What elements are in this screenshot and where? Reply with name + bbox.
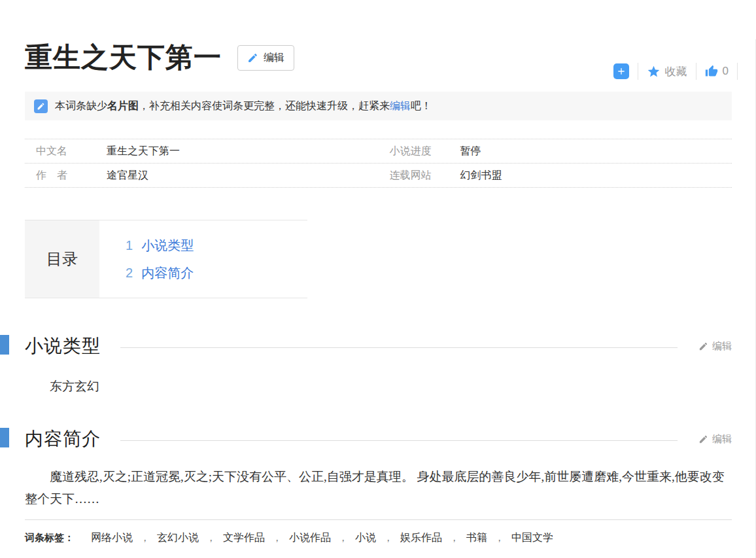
pencil-icon	[247, 52, 258, 63]
section-edit-link[interactable]: 编辑	[698, 340, 732, 353]
entry-action-bar: 收藏 0	[613, 63, 746, 80]
tags-label: 词条标签：	[25, 532, 74, 544]
pencil-badge-icon	[34, 99, 48, 113]
notice-edit-link[interactable]: 编辑	[390, 100, 411, 111]
toc-item-novel-type[interactable]: 1 小说类型	[126, 237, 194, 254]
notice-text: 本词条缺少名片图，补充相关内容使词条更完整，还能快速升级，赶紧来编辑吧！	[55, 99, 432, 113]
section-header-synopsis: 内容简介 编辑	[25, 427, 732, 451]
info-label: 中文名	[25, 145, 107, 158]
tag-link[interactable]: 文学作品	[223, 531, 265, 545]
tag-link[interactable]: 网络小说	[91, 531, 133, 545]
page-title: 重生之天下第一	[25, 39, 222, 76]
tag-link[interactable]: 娱乐作品	[400, 531, 442, 545]
table-row: 作 者 途官星汉 连载网站 幻剑书盟	[25, 164, 732, 188]
favorite-label: 收藏	[665, 64, 687, 79]
missing-card-notice: 本词条缺少名片图，补充相关内容使词条更完整，还能快速升级，赶紧来编辑吧！	[25, 92, 732, 120]
info-value: 幻剑书盟	[460, 169, 502, 183]
toc-list: 1 小说类型 2 内容简介	[99, 220, 194, 298]
star-icon	[647, 65, 661, 78]
toc-item-synopsis[interactable]: 2 内容简介	[126, 264, 194, 282]
like-count: 0	[723, 65, 729, 78]
edit-entry-label: 编辑	[264, 51, 284, 65]
divider	[25, 519, 732, 520]
toc-link[interactable]: 内容简介	[141, 264, 194, 282]
tag-link[interactable]: 小说作品	[289, 531, 331, 545]
novel-type-content: 东方玄幻	[25, 375, 732, 398]
add-button[interactable]	[613, 63, 629, 79]
thumb-up-icon	[705, 65, 718, 78]
section-marker	[0, 428, 9, 447]
info-value: 暂停	[460, 145, 481, 158]
section-title: 小说类型	[25, 334, 101, 358]
tag-link[interactable]: 书籍	[466, 531, 487, 545]
plus-icon	[616, 66, 627, 77]
info-value: 重生之天下第一	[107, 145, 180, 158]
toc-title: 目录	[25, 220, 99, 298]
info-label: 小说进度	[379, 145, 460, 158]
table-of-contents: 目录 1 小说类型 2 内容简介	[25, 220, 307, 298]
entry-tags: 词条标签： 网络小说， 玄幻小说， 文学作品， 小说作品， 小说， 娱乐作品， …	[25, 531, 732, 545]
edit-entry-button[interactable]: 编辑	[237, 45, 294, 71]
favorite-button[interactable]: 收藏	[647, 64, 687, 79]
section-title: 内容简介	[25, 427, 101, 451]
synopsis-content: 魔道残忍,灭之;正道冠冕,灭之;天下没有公平、公正,自强才是真理。 身处最底层的…	[25, 466, 732, 510]
pencil-icon	[698, 434, 708, 444]
basic-info-table: 中文名 重生之天下第一 小说进度 暂停 作 者 途官星汉 连载网站 幻剑书盟	[25, 139, 732, 188]
tag-link[interactable]: 玄幻小说	[157, 531, 199, 545]
divider	[737, 63, 738, 80]
like-button[interactable]: 0	[705, 65, 729, 78]
section-header-novel-type: 小说类型 编辑	[25, 334, 732, 358]
section-edit-link[interactable]: 编辑	[698, 433, 732, 445]
section-marker	[0, 335, 9, 355]
info-label: 作 者	[25, 169, 107, 183]
tag-link[interactable]: 中国文学	[511, 531, 553, 545]
baike-entry-page: 收藏 0 重生之天下第一 编辑 本	[0, 39, 756, 558]
info-value: 途官星汉	[107, 169, 148, 183]
pencil-icon	[698, 341, 708, 351]
tag-link[interactable]: 小说	[355, 531, 376, 545]
divider	[696, 63, 696, 80]
section-rule	[120, 440, 678, 441]
divider	[638, 63, 638, 80]
toc-link[interactable]: 小说类型	[141, 237, 194, 254]
section-rule	[120, 347, 678, 348]
info-label: 连载网站	[379, 169, 460, 183]
table-row: 中文名 重生之天下第一 小说进度 暂停	[25, 139, 732, 164]
